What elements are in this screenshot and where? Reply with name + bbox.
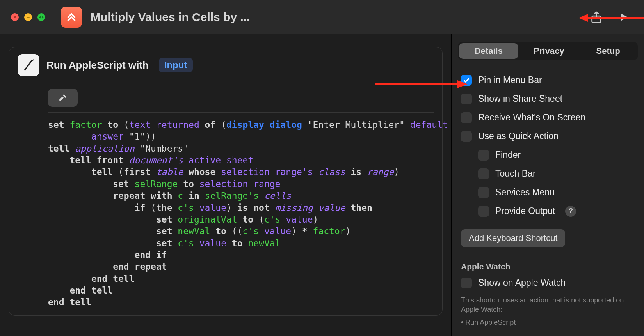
checkbox-apple-watch[interactable] bbox=[461, 278, 472, 288]
window-close-button[interactable] bbox=[11, 13, 19, 21]
row-share-sheet: Show in Share Sheet bbox=[461, 90, 635, 108]
watch-warning-line1: This shortcut uses an action that is not… bbox=[461, 295, 635, 315]
row-finder: Finder bbox=[461, 146, 635, 164]
inspector-body: Pin in Menu Bar Show in Share Sheet Rece… bbox=[452, 69, 644, 336]
checkbox-touchbar[interactable] bbox=[478, 168, 489, 179]
traffic-lights bbox=[11, 13, 45, 21]
tab-details[interactable]: Details bbox=[459, 43, 518, 59]
checkbox-quick-action[interactable] bbox=[461, 131, 472, 142]
tab-setup[interactable]: Setup bbox=[578, 42, 638, 60]
script-source[interactable]: set factor to (text returned of (display… bbox=[48, 112, 434, 308]
row-apple-watch: Show on Apple Watch bbox=[461, 274, 635, 292]
inspector-tabs: Details Privacy Setup bbox=[458, 42, 638, 60]
action-input-token[interactable]: Input bbox=[159, 58, 193, 72]
checkbox-pin-menubar[interactable] bbox=[461, 75, 472, 86]
titlebar: Multiply Values in Cells by ... bbox=[0, 0, 644, 34]
label-pin-menubar: Pin in Menu Bar bbox=[478, 75, 542, 85]
action-header: Run AppleScript with Input bbox=[9, 54, 442, 83]
action-card[interactable]: Run AppleScript with Input set factor to… bbox=[9, 47, 443, 316]
label-apple-watch: Show on Apple Watch bbox=[478, 278, 566, 288]
compile-button[interactable] bbox=[48, 89, 78, 107]
run-button[interactable] bbox=[614, 8, 633, 27]
window-zoom-button[interactable] bbox=[37, 13, 45, 21]
label-receive-screen: Receive What's On Screen bbox=[478, 112, 585, 123]
row-provide-output: Provide Output ? bbox=[461, 202, 635, 221]
label-services: Services Menu bbox=[495, 187, 555, 198]
shortcut-canvas: Run AppleScript with Input set factor to… bbox=[0, 34, 451, 336]
add-keyboard-shortcut-button[interactable]: Add Keyboard Shortcut bbox=[461, 229, 565, 247]
shortcut-app-icon bbox=[61, 7, 82, 28]
inspector-panel: Details Privacy Setup Pin in Menu Bar Sh… bbox=[451, 34, 644, 336]
label-provide-output: Provide Output bbox=[495, 206, 555, 216]
label-quick-action: Use as Quick Action bbox=[478, 131, 559, 141]
checkbox-share-sheet[interactable] bbox=[461, 94, 472, 104]
checkbox-receive-screen[interactable] bbox=[461, 112, 472, 123]
label-touchbar: Touch Bar bbox=[495, 168, 536, 179]
section-apple-watch: Apple Watch bbox=[461, 262, 635, 271]
share-button[interactable] bbox=[587, 8, 606, 27]
script-toolbar bbox=[48, 83, 434, 107]
help-provide-output[interactable]: ? bbox=[565, 206, 576, 217]
window-title: Multiply Values in Cells by ... bbox=[91, 11, 250, 24]
checkbox-services[interactable] bbox=[478, 187, 489, 198]
checkbox-finder[interactable] bbox=[478, 150, 489, 161]
label-finder: Finder bbox=[495, 150, 521, 160]
tab-privacy[interactable]: Privacy bbox=[519, 42, 579, 60]
row-services: Services Menu bbox=[461, 183, 635, 202]
label-share-sheet: Show in Share Sheet bbox=[478, 94, 562, 104]
row-pin-menubar: Pin in Menu Bar bbox=[461, 71, 635, 90]
applescript-icon bbox=[18, 54, 39, 76]
row-quick-action: Use as Quick Action bbox=[461, 127, 635, 146]
action-title: Run AppleScript with bbox=[46, 59, 149, 71]
row-touchbar: Touch Bar bbox=[461, 164, 635, 183]
window-minimize-button[interactable] bbox=[24, 13, 32, 21]
watch-warning-line2: • Run AppleScript bbox=[461, 318, 635, 327]
checkbox-provide-output[interactable] bbox=[478, 206, 489, 217]
row-receive-screen: Receive What's On Screen bbox=[461, 108, 635, 127]
